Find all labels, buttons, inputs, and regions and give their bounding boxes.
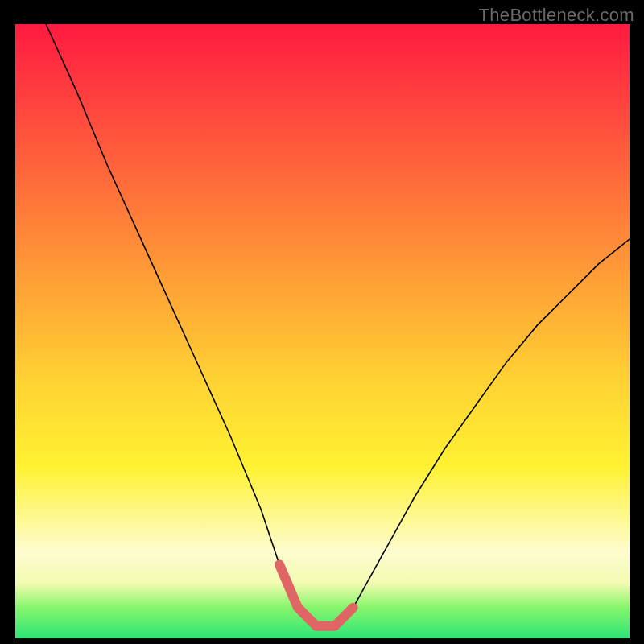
bottleneck-curve: [46, 24, 630, 626]
valley-highlight: [279, 564, 353, 625]
watermark-label: TheBottleneck.com: [479, 5, 634, 26]
chart-frame: TheBottleneck.com: [0, 0, 644, 644]
chart-svg-layer: [15, 24, 630, 638]
